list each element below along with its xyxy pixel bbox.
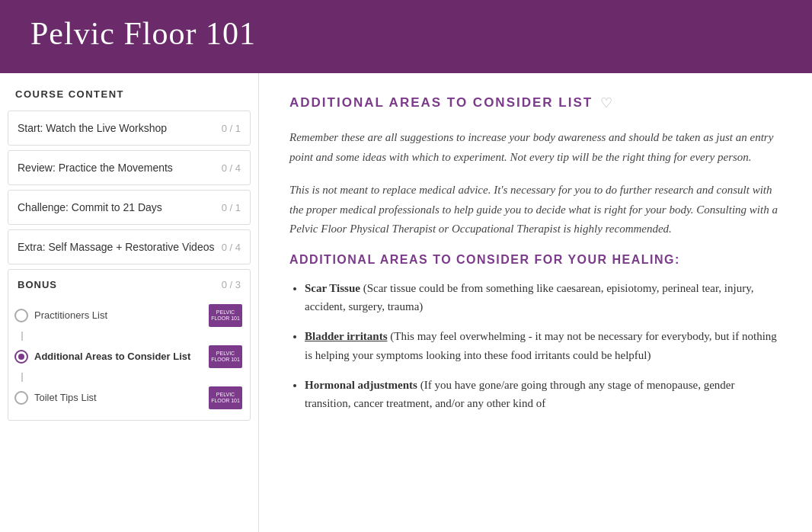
sidebar-section-review-count: 0 / 4: [222, 162, 241, 174]
content-title: ADDITIONAL AREAS TO CONSIDER LIST: [289, 95, 593, 111]
sidebar-section-challenge-title: Challenge: Commit to 21 Days: [18, 201, 162, 213]
sidebar: Course Content Start: Watch the Live Wor…: [0, 73, 259, 532]
intro-paragraph-2: This is not meant to replace medical adv…: [289, 181, 782, 239]
scar-tissue-text: (Scar tissue could be from something lik…: [305, 282, 753, 313]
bonus-item-practitioners-thumb: PELVIC FLOOR 101: [209, 304, 242, 327]
sidebar-section-extra-title: Extra: Self Massage + Restorative Videos: [18, 241, 214, 253]
bladder-irritants-link[interactable]: Bladder irritants: [305, 330, 387, 342]
bonus-item-toilet-thumb: PELVIC FLOOR 101: [209, 386, 242, 409]
sidebar-section-extra[interactable]: Extra: Self Massage + Restorative Videos…: [8, 229, 251, 264]
bonus-item-toilet[interactable]: Toilet Tips List PELVIC FLOOR 101: [8, 382, 250, 414]
bonus-header: BONUS 0 / 3: [8, 270, 250, 296]
course-content-heading: Course Content: [0, 88, 258, 111]
bonus-item-practitioners[interactable]: Practitioners List PELVIC FLOOR 101: [8, 300, 250, 332]
bonus-item-practitioners-title: Practitioners List: [34, 309, 203, 322]
sidebar-section-challenge-count: 0 / 1: [222, 202, 241, 213]
bonus-label: BONUS: [18, 279, 57, 290]
radio-toilet[interactable]: [14, 391, 28, 405]
scar-tissue-bold: Scar Tissue: [305, 282, 360, 294]
main-layout: Course Content Start: Watch the Live Wor…: [0, 73, 812, 532]
radio-additional[interactable]: [14, 350, 28, 364]
app-title: Pelvic Floor 101: [30, 15, 256, 52]
hormonal-adjustments-bold: Hormonal adjustments: [305, 379, 417, 391]
bonus-section: BONUS 0 / 3 Practitioners List PELVIC FL…: [8, 269, 251, 421]
sidebar-section-workshop-header[interactable]: Start: Watch the Live Workshop 0 / 1: [8, 111, 250, 145]
healing-item-scar: Scar Tissue (Scar tissue could be from s…: [305, 279, 782, 317]
healing-section-title: ADDITIONAL AREAS TO CONSIDER FOR YOUR HE…: [289, 253, 782, 267]
sidebar-section-challenge[interactable]: Challenge: Commit to 21 Days 0 / 1: [8, 190, 251, 225]
bonus-connector-1: [21, 332, 23, 341]
bonus-connector-2: [21, 373, 23, 382]
sidebar-section-workshop-count: 0 / 1: [222, 123, 241, 134]
sidebar-section-extra-header[interactable]: Extra: Self Massage + Restorative Videos…: [8, 230, 250, 264]
heart-icon[interactable]: ♡: [600, 95, 612, 111]
main-content: ADDITIONAL AREAS TO CONSIDER LIST ♡ Reme…: [259, 73, 812, 532]
sidebar-section-workshop[interactable]: Start: Watch the Live Workshop 0 / 1: [8, 111, 251, 146]
sidebar-section-review[interactable]: Review: Practice the Movements 0 / 4: [8, 150, 251, 185]
healing-item-bladder: Bladder irritants (This may feel overwhe…: [305, 327, 782, 365]
sidebar-section-review-header[interactable]: Review: Practice the Movements 0 / 4: [8, 151, 250, 184]
intro-paragraph-1: Remember these are all suggestions to in…: [289, 128, 782, 167]
bonus-item-additional-title: Additional Areas to Consider List: [34, 351, 203, 364]
bonus-item-toilet-title: Toilet Tips List: [34, 392, 203, 405]
sidebar-section-workshop-title: Start: Watch the Live Workshop: [18, 122, 167, 134]
healing-list: Scar Tissue (Scar tissue could be from s…: [289, 279, 782, 414]
bonus-count: 0 / 3: [222, 279, 241, 290]
radio-practitioners[interactable]: [14, 309, 28, 322]
bonus-item-additional[interactable]: Additional Areas to Consider List PELVIC…: [8, 341, 250, 373]
sidebar-section-extra-count: 0 / 4: [222, 242, 241, 253]
bonus-item-additional-thumb: PELVIC FLOOR 101: [209, 345, 242, 368]
header: Pelvic Floor 101: [0, 0, 812, 73]
bonus-items-list: Practitioners List PELVIC FLOOR 101 Addi…: [8, 296, 250, 420]
sidebar-section-review-title: Review: Practice the Movements: [18, 162, 173, 174]
healing-item-hormonal: Hormonal adjustments (If you have gone/a…: [305, 376, 782, 414]
sidebar-section-challenge-header[interactable]: Challenge: Commit to 21 Days 0 / 1: [8, 191, 250, 224]
content-title-row: ADDITIONAL AREAS TO CONSIDER LIST ♡: [289, 95, 782, 111]
